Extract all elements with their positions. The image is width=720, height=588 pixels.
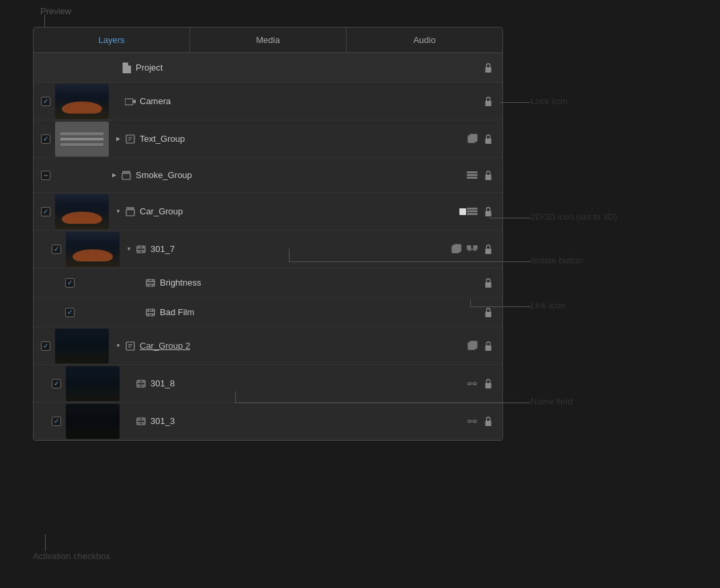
- svg-rect-6: [486, 101, 492, 106]
- tab-layers[interactable]: Layers: [34, 28, 190, 52]
- expand-smoke-group[interactable]: ▶: [109, 172, 120, 178]
- thumbnail-text-group: [55, 122, 109, 157]
- lock-icon-car-group-2[interactable]: [482, 340, 494, 352]
- layer-name-car-group-2[interactable]: Car_Group 2: [140, 341, 466, 351]
- svg-rect-4: [125, 99, 133, 105]
- svg-rect-31: [453, 245, 460, 251]
- film-icon-brightness: [144, 278, 157, 288]
- checkbox-301-7[interactable]: [47, 245, 66, 254]
- annotation-lock-icon: Lock icon: [531, 96, 568, 106]
- activation-checkbox-camera[interactable]: [41, 97, 50, 106]
- lock-icon-car-group[interactable]: [482, 206, 494, 218]
- svg-rect-80: [486, 421, 492, 426]
- checkbox-car-group[interactable]: [36, 207, 55, 216]
- group-3d-icon-car: [124, 207, 137, 216]
- activation-checkbox-car-group-2[interactable]: [41, 341, 50, 351]
- checkbox-brightness[interactable]: [60, 278, 79, 288]
- svg-rect-58: [486, 345, 492, 351]
- layer-icons-right-301-3: [466, 415, 500, 427]
- checkbox-text-group[interactable]: [36, 134, 55, 144]
- link-icon-301-3[interactable]: [466, 415, 478, 427]
- lock-icon-text-group[interactable]: [482, 133, 494, 145]
- checkbox-car-group-2[interactable]: [36, 341, 55, 351]
- checkbox-smoke-group[interactable]: [36, 171, 55, 180]
- layer-icons-right-bad-film: [482, 306, 500, 319]
- thumbnail-car-group: [55, 194, 109, 229]
- expand-text-group[interactable]: ▶: [113, 136, 124, 142]
- layer-row-brightness: Brightness: [34, 268, 502, 298]
- activation-checkbox-smoke-group[interactable]: [41, 171, 50, 180]
- group-3d-icon-smoke: [120, 171, 133, 180]
- activation-checkbox-bad-film[interactable]: [65, 308, 75, 317]
- svg-rect-21: [486, 211, 492, 216]
- lock-icon-301-8[interactable]: [482, 378, 494, 390]
- threed-icon-smoke[interactable]: [466, 169, 478, 181]
- svg-rect-66: [468, 382, 471, 384]
- svg-rect-18: [126, 210, 134, 216]
- activation-checkbox-301-8[interactable]: [52, 379, 61, 388]
- checkbox-camera[interactable]: [36, 97, 55, 106]
- link-icon-301-7[interactable]: [466, 243, 478, 255]
- annotation-activation-checkbox: Activation checkbox: [33, 551, 110, 561]
- layer-name-301-8: 301_8: [150, 378, 466, 388]
- expand-car-group-2[interactable]: ▼: [113, 343, 124, 349]
- svg-rect-43: [486, 282, 492, 288]
- lock-icon-project[interactable]: [482, 62, 494, 74]
- svg-rect-78: [474, 420, 477, 422]
- expand-car-group[interactable]: ▼: [113, 208, 124, 214]
- annotation-2d3d: 2D/3D icon (set to 3D): [531, 212, 617, 222]
- svg-rect-14: [122, 173, 130, 179]
- activation-checkbox-brightness[interactable]: [65, 278, 75, 288]
- lock-icon-brightness[interactable]: [482, 277, 494, 289]
- svg-rect-36: [146, 280, 154, 286]
- layers-panel: Layers Media Audio Project: [33, 27, 503, 441]
- svg-rect-57: [469, 341, 476, 348]
- svg-rect-7: [126, 135, 134, 143]
- svg-rect-13: [486, 138, 492, 144]
- layer-icons-right-smoke-group: [466, 169, 500, 181]
- layer-icons-right-camera: [482, 95, 500, 108]
- group-copy-icon-text[interactable]: [466, 133, 478, 145]
- annotation-link: Link icon: [531, 300, 565, 310]
- link-icon-301-8[interactable]: [466, 378, 478, 390]
- tab-media[interactable]: Media: [190, 28, 347, 52]
- svg-rect-70: [137, 418, 145, 425]
- lock-icon-bad-film[interactable]: [482, 306, 494, 319]
- activation-checkbox-301-7[interactable]: [52, 245, 61, 254]
- thumbnail-car-group-2: [55, 329, 109, 364]
- checkbox-301-8[interactable]: [47, 379, 66, 388]
- svg-rect-69: [486, 383, 492, 388]
- checkbox-bad-film[interactable]: [60, 308, 79, 317]
- activation-checkbox-text-group[interactable]: [41, 134, 50, 144]
- group-icon-text: [124, 134, 137, 144]
- document-icon: [120, 62, 133, 73]
- checkbox-301-3[interactable]: [47, 417, 66, 426]
- layer-name-301-3: 301_3: [150, 416, 466, 426]
- group-icon-301-7[interactable]: [450, 243, 462, 255]
- group-copy-icon-car-group-2[interactable]: [466, 340, 478, 352]
- layer-icons-right-project: [482, 62, 500, 74]
- thumbnail-301-7: [66, 232, 120, 267]
- layer-icons-right-brightness: [482, 277, 500, 289]
- layer-row-bad-film: Bad Film: [34, 298, 502, 327]
- lock-icon-301-7[interactable]: [482, 243, 494, 255]
- threed-icon-car[interactable]: [466, 206, 478, 218]
- activation-checkbox-car-group[interactable]: [41, 207, 50, 216]
- isolate-button-car-group[interactable]: [459, 208, 466, 215]
- expand-301-7[interactable]: ▼: [124, 246, 134, 252]
- layer-row-smoke-group: ▶ Smoke_Group: [34, 158, 502, 193]
- lock-icon-smoke-group[interactable]: [482, 169, 494, 181]
- tab-audio[interactable]: Audio: [347, 28, 502, 52]
- layer-name-301-7: 301_7: [150, 244, 450, 254]
- layer-row-text-group: ▶ Text_Group: [34, 120, 502, 158]
- lock-icon-301-3[interactable]: [482, 415, 494, 427]
- layer-row-car-group-2: ▼ Car_Group 2: [34, 327, 502, 365]
- svg-rect-51: [486, 312, 492, 317]
- layer-row-project: Project: [34, 53, 502, 83]
- svg-rect-3: [486, 67, 492, 73]
- film-icon-bad-film: [144, 308, 157, 317]
- lock-icon-camera[interactable]: [482, 95, 494, 108]
- svg-rect-44: [146, 309, 154, 316]
- activation-checkbox-301-3[interactable]: [52, 417, 61, 426]
- layer-row-camera: Camera: [34, 83, 502, 120]
